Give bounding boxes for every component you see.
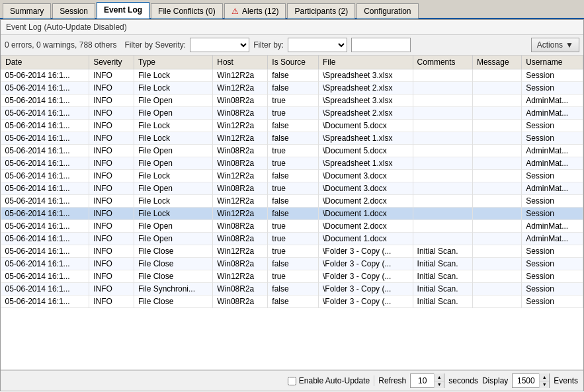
enable-auto-update-label[interactable]: Enable Auto-Update — [288, 376, 370, 385]
cell-file: \Folder 3 - Copy (... — [319, 245, 413, 258]
col-header-severity[interactable]: Severity — [89, 56, 134, 69]
cell-is_source: true — [268, 107, 319, 120]
cell-file: \Folder 3 - Copy (... — [319, 295, 413, 308]
cell-severity: INFO — [89, 258, 134, 270]
col-header-username[interactable]: Username — [522, 56, 583, 69]
cell-username: Session — [522, 245, 583, 258]
table-row[interactable]: 05-06-2014 16:1...INFOFile CloseWin08R2a… — [1, 258, 583, 270]
cell-host: Win08R2a — [213, 220, 268, 233]
cell-date: 05-06-2014 16:1... — [1, 182, 89, 195]
table-row[interactable]: 05-06-2014 16:1...INFOFile OpenWin08R2at… — [1, 182, 583, 195]
cell-file: \Document 2.docx — [319, 195, 413, 208]
col-header-date[interactable]: Date — [1, 56, 89, 69]
col-header-host[interactable]: Host — [213, 56, 268, 69]
cell-comments: Initial Scan. — [413, 283, 472, 295]
col-header-file[interactable]: File — [319, 56, 413, 69]
cell-type: File Lock — [134, 208, 212, 220]
cell-is_source: true — [268, 220, 319, 233]
cell-username: Session — [522, 69, 583, 82]
table-row[interactable]: 05-06-2014 16:1...INFOFile OpenWin08R2at… — [1, 145, 583, 157]
refresh-spin-down[interactable]: ▼ — [435, 381, 444, 389]
cell-comments — [413, 195, 472, 208]
tab-summary[interactable]: Summary — [3, 3, 51, 19]
cell-comments — [413, 208, 472, 220]
table-row[interactable]: 05-06-2014 16:1...INFOFile LockWin12R2af… — [1, 69, 583, 82]
cell-message — [472, 95, 521, 107]
filter-bar: 0 errors, 0 warnings, 788 others Filter … — [1, 35, 583, 56]
cell-date: 05-06-2014 16:1... — [1, 283, 89, 295]
actions-button[interactable]: Actions ▼ — [531, 38, 579, 52]
filter-text-input[interactable] — [351, 38, 411, 52]
display-value-input[interactable] — [513, 374, 539, 387]
cell-type: File Open — [134, 95, 212, 107]
cell-message — [472, 233, 521, 245]
tab-alerts[interactable]: ⚠ Alerts (12) — [224, 3, 286, 19]
tab-session[interactable]: Session — [52, 3, 95, 19]
display-spin-up[interactable]: ▲ — [540, 373, 549, 381]
table-row[interactable]: 05-06-2014 16:1...INFOFile Synchroni...W… — [1, 283, 583, 295]
cell-is_source: true — [268, 245, 319, 258]
tab-configuration[interactable]: Configuration — [356, 3, 418, 19]
cell-username: Session — [522, 295, 583, 308]
refresh-spin-up[interactable]: ▲ — [435, 373, 444, 381]
table-row[interactable]: 05-06-2014 16:1...INFOFile CloseWin12R2a… — [1, 270, 583, 283]
refresh-value-input[interactable] — [411, 374, 434, 387]
display-spin-buttons: ▲ ▼ — [539, 373, 549, 388]
cell-message — [472, 132, 521, 145]
tab-label-alerts: Alerts (12) — [242, 7, 278, 16]
cell-is_source: true — [268, 157, 319, 170]
cell-host: Win12R2a — [213, 170, 268, 182]
table-row[interactable]: 05-06-2014 16:1...INFOFile LockWin12R2af… — [1, 120, 583, 132]
cell-type: File Lock — [134, 120, 212, 132]
cell-message — [472, 107, 521, 120]
tab-participants[interactable]: Participants (2) — [287, 3, 355, 19]
cell-host: Win08R2a — [213, 258, 268, 270]
table-row[interactable]: 05-06-2014 16:1...INFOFile LockWin12R2af… — [1, 132, 583, 145]
cell-is_source: true — [268, 233, 319, 245]
tab-file-conflicts[interactable]: File Conflicts (0) — [151, 3, 223, 19]
col-header-is-source[interactable]: Is Source — [268, 56, 319, 69]
cell-date: 05-06-2014 16:1... — [1, 295, 89, 308]
table-row[interactable]: 05-06-2014 16:1...INFOFile LockWin12R2af… — [1, 82, 583, 95]
filter-severity-label: Filter by Severity: — [124, 40, 186, 50]
table-row[interactable]: 05-06-2014 16:1...INFOFile CloseWin08R2a… — [1, 295, 583, 308]
table-row[interactable]: 05-06-2014 16:1...INFOFile LockWin12R2af… — [1, 208, 583, 220]
cell-message — [472, 220, 521, 233]
cell-type: File Lock — [134, 82, 212, 95]
cell-type: File Open — [134, 107, 212, 120]
cell-date: 05-06-2014 16:1... — [1, 170, 89, 182]
table-row[interactable]: 05-06-2014 16:1...INFOFile OpenWin08R2at… — [1, 107, 583, 120]
col-header-message[interactable]: Message — [472, 56, 521, 69]
enable-auto-update-checkbox[interactable] — [288, 377, 296, 385]
col-header-comments[interactable]: Comments — [413, 56, 472, 69]
cell-file: \Document 5.docx — [319, 120, 413, 132]
cell-type: File Close — [134, 258, 212, 270]
tab-event-log[interactable]: Event Log — [97, 2, 149, 19]
cell-username: Session — [522, 270, 583, 283]
display-spin-down[interactable]: ▼ — [540, 381, 549, 389]
cell-username: Session — [522, 120, 583, 132]
table-row[interactable]: 05-06-2014 16:1...INFOFile LockWin12R2af… — [1, 170, 583, 182]
table-row[interactable]: 05-06-2014 16:1...INFOFile OpenWin08R2at… — [1, 95, 583, 107]
tab-label-file-conflicts: File Conflicts (0) — [158, 7, 216, 16]
cell-file: \Folder 3 - Copy (... — [319, 258, 413, 270]
filter-severity-select[interactable]: INFO WARNING ERROR — [190, 38, 249, 52]
cell-username: Session — [522, 132, 583, 145]
cell-severity: INFO — [89, 95, 134, 107]
table-row[interactable]: 05-06-2014 16:1...INFOFile OpenWin08R2at… — [1, 220, 583, 233]
table-row[interactable]: 05-06-2014 16:1...INFOFile OpenWin08R2at… — [1, 157, 583, 170]
table-scroll[interactable]: DateSeverityTypeHostIs SourceFileComment… — [1, 56, 583, 370]
cell-host: Win08R2a — [213, 182, 268, 195]
col-header-type[interactable]: Type — [134, 56, 212, 69]
filter-by-select[interactable] — [288, 38, 347, 52]
filter-by-label: Filter by: — [253, 40, 284, 50]
bottom-bar: Enable Auto-Update Refresh ▲ ▼ seconds D… — [1, 370, 583, 391]
cell-host: Win12R2a — [213, 245, 268, 258]
cell-message — [472, 145, 521, 157]
cell-message — [472, 208, 521, 220]
cell-message — [472, 82, 521, 95]
cell-host: Win12R2a — [213, 208, 268, 220]
table-row[interactable]: 05-06-2014 16:1...INFOFile CloseWin12R2a… — [1, 245, 583, 258]
table-row[interactable]: 05-06-2014 16:1...INFOFile LockWin12R2af… — [1, 195, 583, 208]
table-row[interactable]: 05-06-2014 16:1...INFOFile OpenWin08R2at… — [1, 233, 583, 245]
